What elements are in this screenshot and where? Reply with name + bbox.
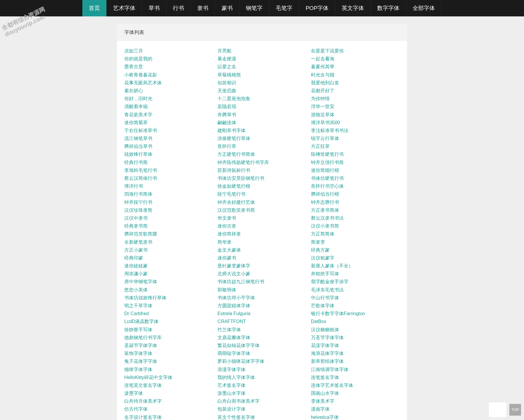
font-link[interactable]: 银行卡数字字体Farrington xyxy=(311,310,400,317)
font-link[interactable]: 汉仪小隶书简 xyxy=(311,222,400,230)
font-link[interactable]: 白舟白雨书体美术字 xyxy=(217,397,306,405)
font-link[interactable]: 方正狂草 xyxy=(311,142,400,150)
font-link[interactable]: 经典方篆 xyxy=(311,246,400,254)
font-link[interactable]: 迷你篆书 xyxy=(217,254,306,262)
font-link[interactable]: 白舟待月体美术字 xyxy=(124,397,213,405)
font-link[interactable]: 新唐人篆体（不全） xyxy=(311,262,400,270)
font-link[interactable]: 汉仪粗篆字 xyxy=(311,254,400,262)
font-link[interactable]: 钟齐余好建行艺体 xyxy=(217,198,306,206)
nav-item-3[interactable]: 行书 xyxy=(166,0,191,16)
font-link[interactable]: 暮夏何其孽 xyxy=(311,63,400,71)
nav-item-9[interactable]: 英文字体 xyxy=(335,0,371,16)
font-link[interactable]: Estrela Fulguria xyxy=(217,310,306,317)
font-link[interactable]: 书体坊禚效锋行草体 xyxy=(124,294,213,302)
font-link[interactable]: 艺术签名字体 xyxy=(217,381,306,389)
font-link[interactable]: 国画山水字体 xyxy=(311,389,400,397)
font-link[interactable]: 建刚草书字体 xyxy=(217,127,306,134)
font-link[interactable]: 方正小篆书 xyxy=(124,246,213,254)
font-link[interactable]: 书体坊赵九江钢笔行书 xyxy=(217,278,306,286)
font-link[interactable]: 钟齐志莽行书 xyxy=(311,198,400,206)
font-link[interactable]: 于右任标准草书 xyxy=(124,127,213,134)
font-link[interactable]: 毛泽东毛笔书法 xyxy=(311,286,400,294)
font-link[interactable]: 墨香古意 xyxy=(124,63,213,71)
font-link[interactable]: 江南情调字体字体 xyxy=(311,366,400,373)
font-link[interactable]: 四海行书简体 xyxy=(124,190,213,198)
font-link[interactable]: 德彪钢笔行书字库 xyxy=(124,334,213,342)
font-link[interactable]: 陈继世硬笔行书 xyxy=(311,150,400,158)
font-link[interactable]: 奔腾草书 xyxy=(217,111,306,119)
font-link[interactable]: 钟齐立强行书简 xyxy=(311,158,400,166)
font-link[interactable]: 方正硬笔行书简体 xyxy=(217,150,306,158)
nav-item-4[interactable]: 隶书 xyxy=(191,0,215,16)
font-link[interactable]: 我字酷金俊手涂字 xyxy=(311,278,400,286)
font-link[interactable]: 文鼎花瓣体字体 xyxy=(217,334,306,342)
font-link[interactable]: 简隶变 xyxy=(311,238,400,246)
font-link[interactable]: 禚效锋行草体 xyxy=(124,150,213,158)
font-link[interactable]: 一起去看海 xyxy=(311,55,400,63)
font-link[interactable]: 清醒着幸福 xyxy=(124,103,213,110)
font-link[interactable]: 书体坊邓小平字体 xyxy=(217,294,306,302)
font-link[interactable]: 似曾相识 xyxy=(217,79,306,87)
font-link[interactable]: 装饰字体字体 xyxy=(124,349,213,357)
font-link[interactable]: 徐金如硬笔行楷 xyxy=(217,182,306,190)
nav-item-6[interactable]: 钢笔字 xyxy=(239,0,269,16)
font-link[interactable]: 芒歌体字体 xyxy=(311,302,400,310)
nav-item-5[interactable]: 篆书 xyxy=(215,0,239,16)
font-link[interactable]: 良怀行书空心体 xyxy=(311,182,400,190)
font-link[interactable]: 包装设计字体 xyxy=(217,405,306,413)
font-link[interactable]: CRAFTFONT xyxy=(217,317,306,325)
font-link[interactable]: 全新硬笔隶书 xyxy=(124,238,213,246)
font-link[interactable]: 泼墨山水字体 xyxy=(217,389,306,397)
font-link[interactable]: 腾祥伯当草书 xyxy=(124,142,213,150)
font-link[interactable]: 迷你简菊草 xyxy=(124,119,213,127)
font-link[interactable]: 连笔英文签名字体 xyxy=(124,381,213,389)
font-link[interactable]: 青花瓷美术字 xyxy=(124,111,213,119)
font-link[interactable]: 天使恋曲 xyxy=(217,87,306,95)
font-link[interactable]: 书体坊硬笔行书 xyxy=(311,174,400,182)
font-link[interactable]: 浪漫字体字体 xyxy=(217,366,306,373)
font-link[interactable]: 悠您小美体 xyxy=(124,286,213,294)
font-link[interactable]: 周崇谦小篆 xyxy=(124,270,213,278)
font-link[interactable]: 萝莉小猫咪花体字字体 xyxy=(217,357,306,365)
nav-item-10[interactable]: 数字字体 xyxy=(371,0,406,16)
font-link[interactable]: 万圣节字体字体 xyxy=(311,334,400,342)
font-link[interactable]: 钟齐段宁行书 xyxy=(124,198,213,206)
font-link[interactable]: 洪俊硬笔行草体 xyxy=(217,134,306,142)
nav-item-8[interactable]: POP字体 xyxy=(299,0,335,16)
font-link[interactable]: 郭敬明体 xyxy=(217,286,306,294)
font-link[interactable]: 浮华一世安 xyxy=(311,103,400,110)
font-link[interactable]: 段宁毛笔行书 xyxy=(217,190,306,198)
font-link[interactable]: 游狼近草体 xyxy=(311,111,400,119)
font-link[interactable]: 名字设计签名字体 xyxy=(124,413,213,420)
font-link[interactable]: 简华隶 xyxy=(217,238,306,246)
font-link[interactable]: 你的就是我的 xyxy=(124,55,213,63)
font-link[interactable]: 良怀行草 xyxy=(217,142,306,150)
font-link[interactable]: 方圆甜妞体字体 xyxy=(217,302,306,310)
font-link[interactable]: 席中华钢笔字体 xyxy=(124,278,213,286)
font-link[interactable]: 繁花似锦花体字字体 xyxy=(217,342,306,349)
font-link[interactable]: 在星星下说爱你 xyxy=(311,47,400,55)
font-link[interactable]: 仿古代字体 xyxy=(124,405,213,413)
font-link[interactable]: 华文隶书 xyxy=(217,214,306,222)
font-link[interactable]: Dr Carbfred xyxy=(124,310,213,317)
font-link[interactable]: 花漾字体字体 xyxy=(311,342,400,349)
font-link[interactable]: 北师大说文小篆 xyxy=(217,270,306,278)
font-link[interactable]: 圣诞节字体字体 xyxy=(124,342,213,349)
font-link[interactable]: 迷你简祥隶 xyxy=(217,230,306,238)
font-link[interactable]: HelloKitty碎花中文字体 xyxy=(124,373,213,381)
font-link[interactable]: 李旭科毛笔行书 xyxy=(124,166,213,174)
font-link[interactable]: LcdD液晶数字体 xyxy=(124,317,213,325)
font-link[interactable]: 方正简简体 xyxy=(311,230,400,238)
font-link[interactable]: 新蒂剪纸体字体 xyxy=(311,357,400,365)
font-link[interactable]: 李洤标准草书书法 xyxy=(311,127,400,134)
font-link[interactable]: 我的情人字体字体 xyxy=(217,373,306,381)
corner-widget[interactable] xyxy=(489,402,506,417)
font-link[interactable]: 汉仪范歌笑隶书简 xyxy=(217,206,306,214)
font-link[interactable]: 凉如三月 xyxy=(124,47,213,55)
font-link[interactable]: 流江钢笔草书 xyxy=(124,134,213,142)
font-link[interactable]: 竹兰体字体 xyxy=(217,326,306,334)
font-link[interactable]: 暴走梗漫 xyxy=(217,55,306,63)
font-link[interactable]: 素在妍心 xyxy=(124,87,213,95)
font-link[interactable]: 中山行书字体 xyxy=(311,294,400,302)
font-link[interactable]: 花事无眼风艺术体 xyxy=(124,79,213,87)
